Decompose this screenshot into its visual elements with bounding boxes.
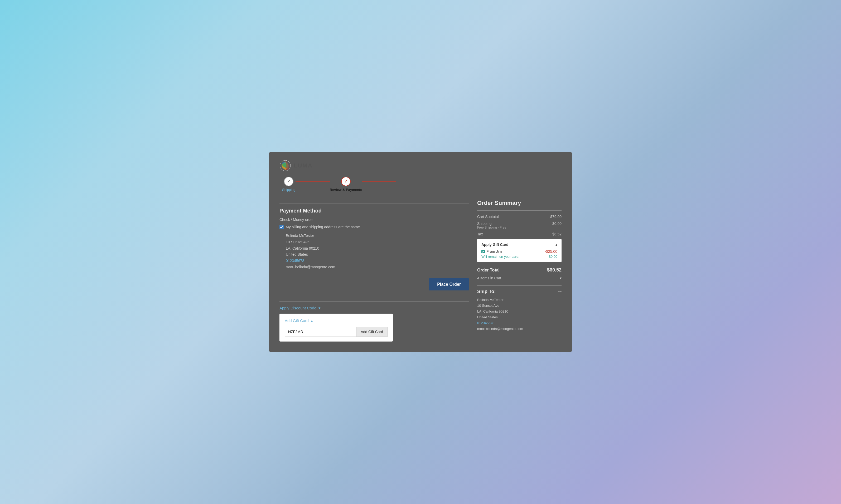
checkout-modal: LUMA ✓ Shipping ✓ Review & Payments Paym… [269, 152, 572, 352]
gift-check: From Jim [481, 249, 502, 254]
discount-toggle-button[interactable]: Apply Discount Code ▾ [279, 306, 321, 310]
address-line2: LA, California 90210 [286, 246, 469, 252]
address-line1: 10 Sunset Ave [286, 239, 469, 246]
step-connector-active [362, 181, 396, 182]
step-connector-done [295, 181, 330, 182]
order-total-row: Order Total $60.52 [477, 265, 562, 273]
discount-chevron-icon: ▾ [319, 306, 321, 310]
billing-same-label: My billing and shipping address are the … [286, 225, 360, 229]
shipping-value: $0.00 [552, 221, 562, 226]
step-shipping-circle: ✓ [284, 177, 293, 186]
main-content: Payment Method Check / Money order My bi… [279, 200, 562, 342]
header: LUMA [279, 160, 562, 172]
summary-divider [477, 210, 562, 211]
items-in-cart-row[interactable]: 4 Items in Cart ▾ [477, 276, 562, 280]
cart-subtotal-value: $79.00 [550, 215, 562, 219]
gift-card-popup-title: Add Gift Card [285, 318, 309, 323]
order-total-value: $60.52 [547, 267, 562, 273]
ship-to-email: moo+belinda@moogento.com [477, 326, 562, 332]
gift-checkbox[interactable] [481, 250, 485, 253]
tax-value: $6.52 [552, 232, 562, 236]
order-total-label: Order Total [477, 268, 500, 272]
check-icon-active: ✓ [344, 179, 347, 183]
ship-to-name: Belinda McTester [477, 297, 562, 303]
address-phone[interactable]: 012345678 [286, 258, 304, 263]
gift-card-input[interactable] [285, 327, 356, 337]
apply-gift-card-label: Apply Gift Card [481, 242, 509, 247]
gift-card-expanded: Apply Gift Card ▴ From Jim -$25.00 Will … [477, 239, 562, 262]
gift-card-popup-chevron-icon: ▴ [311, 318, 313, 323]
ship-to-section: Ship To: ✏ Belinda McTester 10 Sunset Av… [477, 285, 562, 332]
billing-same-row: My billing and shipping address are the … [279, 225, 469, 229]
logo-text: LUMA [294, 162, 313, 169]
gift-card-expanded-header[interactable]: Apply Gift Card ▴ [481, 242, 557, 247]
gift-row: From Jim -$25.00 [481, 249, 557, 254]
cart-subtotal-row: Cart Subtotal $79.00 [477, 215, 562, 219]
items-in-cart-chevron-icon: ▾ [560, 276, 562, 280]
left-panel: Payment Method Check / Money order My bi… [279, 200, 469, 342]
step-review: ✓ Review & Payments [330, 177, 362, 192]
luma-logo-icon [279, 160, 291, 172]
billing-address-block: Belinda McTester 10 Sunset Ave LA, Calif… [279, 233, 469, 270]
step-shipping: ✓ Shipping [282, 177, 295, 192]
right-panel: Order Summary Cart Subtotal $79.00 Shipp… [477, 200, 562, 332]
items-in-cart-label: 4 Items in Cart [477, 276, 501, 280]
shipping-row: Shipping Free Shipping - Free $0.00 [477, 221, 562, 229]
discount-section: Apply Discount Code ▾ [279, 301, 469, 310]
address-email: moo+belinda@moogento.com [286, 264, 469, 270]
gift-amount: -$25.00 [545, 249, 557, 254]
gift-from-label: From Jim [486, 249, 502, 254]
address-country: United States [286, 251, 469, 258]
ship-to-header: Ship To: ✏ [477, 289, 562, 294]
ship-to-line1: 10 Sunset Ave [477, 303, 562, 309]
step-shipping-label: Shipping [282, 188, 295, 192]
ship-to-address: Belinda McTester 10 Sunset Ave LA, Calif… [477, 297, 562, 332]
ship-to-title: Ship To: [477, 289, 496, 294]
cart-subtotal-label: Cart Subtotal [477, 215, 499, 219]
tax-label: Tax [477, 232, 483, 236]
check-icon: ✓ [287, 179, 290, 183]
place-order-button[interactable]: Place Order [429, 278, 469, 290]
step-review-label: Review & Payments [330, 188, 362, 192]
shipping-sub-label: Free Shipping - Free [477, 226, 506, 229]
payment-section-title: Payment Method [279, 208, 469, 214]
billing-same-checkbox[interactable] [279, 225, 284, 229]
ship-to-country: United States [477, 314, 562, 320]
step-review-circle: ✓ [341, 177, 350, 186]
ship-to-phone[interactable]: 012345678 [477, 321, 494, 325]
shipping-label: Shipping Free Shipping - Free [477, 221, 506, 229]
edit-icon[interactable]: ✏ [558, 289, 562, 294]
gift-card-popup-header[interactable]: Add Gift Card ▴ [285, 318, 388, 323]
progress-steps: ✓ Shipping ✓ Review & Payments [279, 177, 562, 192]
discount-toggle-label: Apply Discount Code [279, 306, 316, 310]
address-name: Belinda McTester [286, 233, 469, 239]
gift-card-input-row: Add Gift Card [285, 327, 388, 337]
ship-to-line2: LA, California 90210 [477, 309, 562, 314]
gift-card-chevron-up-icon: ▴ [555, 243, 557, 247]
order-summary-title: Order Summary [477, 200, 562, 206]
remain-row: Will remain on your card: -$0.00 [481, 255, 557, 258]
gift-card-apply-button[interactable]: Add Gift Card [356, 327, 388, 337]
remain-label: Will remain on your card: [481, 255, 519, 258]
tax-row: Tax $6.52 [477, 232, 562, 236]
remain-value: -$0.00 [548, 255, 557, 258]
gift-card-popup: Add Gift Card ▴ Add Gift Card [279, 313, 393, 342]
top-divider [279, 203, 469, 204]
payment-method-label: Check / Money order [279, 217, 469, 222]
